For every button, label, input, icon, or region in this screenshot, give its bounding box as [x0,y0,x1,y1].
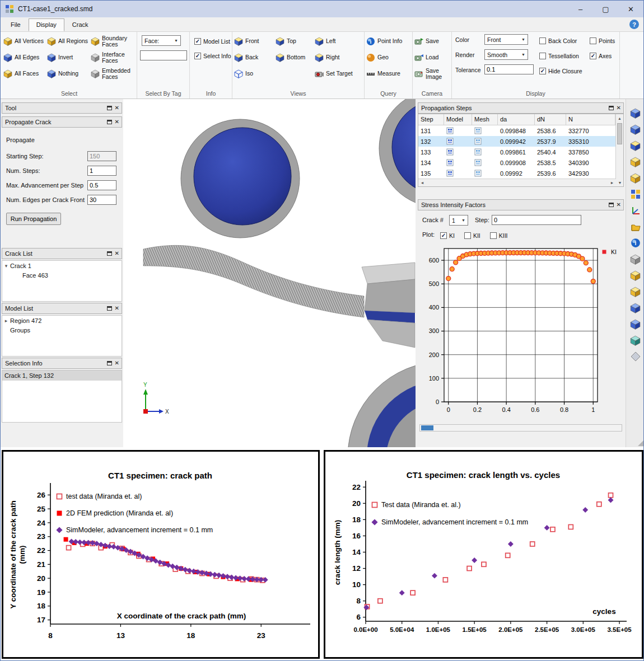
column-header-step[interactable]: Step [418,114,444,125]
scroll-down-icon[interactable]: ▼ [616,179,624,186]
load-button[interactable]: Load [414,49,451,65]
plot-check-kiii-box[interactable] [490,232,497,239]
collapse-arrow-icon[interactable]: ▾ [2,263,10,269]
bottom-button[interactable]: Bottom [275,49,305,65]
close-panel-icon[interactable]: ✕ [115,105,119,111]
close-panel-icon[interactable]: ✕ [617,202,621,208]
right-button[interactable]: Right [314,49,353,65]
points-checkbox[interactable]: Points [590,35,615,47]
float-panel-icon[interactable] [107,251,112,256]
close-panel-icon[interactable]: ✕ [115,306,119,311]
diamond-gray-icon[interactable] [627,349,644,364]
tessellation-checkbox[interactable]: Tessellation [539,50,579,62]
horizontal-scrollbar[interactable]: ◄ ► [418,179,616,186]
num-steps-input[interactable] [87,166,116,176]
help-button[interactable]: ? [629,20,639,29]
propagation-steps-panel-header[interactable]: Propagation Steps✕ [418,102,624,114]
model-list-panel-header[interactable]: Model List✕ [2,303,122,314]
tool-panel-header[interactable]: Tool✕ [2,102,122,114]
crack-list-item-crack-1[interactable]: ▾Crack 1 [2,261,122,270]
points-checkbox-box[interactable] [590,37,596,44]
plot-check-kiii[interactable]: KIII [490,229,508,242]
maximize-button[interactable]: ▢ [593,1,618,17]
stress-intensity-panel-header[interactable]: Stress Intensity Factors✕ [418,199,624,210]
step-row-132[interactable]: 1320.0999422537.9335310 [418,136,623,147]
tab-file[interactable]: File [3,18,29,31]
crack-list-panel-header[interactable]: Crack List✕ [2,248,122,259]
invert-button[interactable]: Invert [46,49,88,65]
resize-grip[interactable] [638,440,643,446]
selection-info-panel-header[interactable]: Selection Info✕ [2,358,122,369]
axes-icon[interactable] [627,203,644,218]
cube-teal-icon[interactable] [627,332,644,348]
save-button[interactable]: Save [414,33,451,49]
render-select[interactable]: Smooth▼ [484,49,528,60]
hide-closure-checkbox-box[interactable]: ✓ [539,68,546,74]
model-list-item-region-472[interactable]: ▸Region 472 [2,316,122,325]
tessellation-checkbox-box[interactable] [539,53,546,59]
axes-checkbox[interactable]: ✓Axes [590,50,612,62]
close-panel-icon[interactable]: ✕ [115,119,119,125]
all-regions-button[interactable]: All Regions [46,33,88,49]
plot-check-ki-box[interactable]: ✓ [440,232,447,239]
minimize-button[interactable]: – [568,1,593,17]
select-info-checkbox[interactable]: ✓Select Info [194,50,231,62]
box-yellow-icon[interactable] [627,268,644,283]
open-box-icon[interactable] [627,219,644,235]
model-cube-blue-icon-2[interactable] [627,121,644,137]
tolerance-input[interactable] [484,64,534,74]
geo-button[interactable]: Geo [366,49,402,65]
column-header-da[interactable]: da [498,114,535,125]
scroll-up-icon[interactable]: ▲ [616,114,623,122]
model-cube-blue-icon-1[interactable] [627,105,644,121]
close-panel-icon[interactable]: ✕ [115,251,119,256]
left-button[interactable]: Left [314,33,353,49]
float-panel-icon[interactable] [609,106,614,110]
axes-checkbox-box[interactable]: ✓ [590,53,596,59]
cube-yellow-icon-3[interactable] [627,284,644,299]
scene-canvas[interactable]: YX [123,99,416,447]
step-row-131[interactable]: 1310.0998482538.6332770 [418,125,623,136]
step-row-133[interactable]: 1330.0998612540.4337850 [418,147,623,157]
expand-arrow-icon[interactable]: ▸ [2,318,10,324]
num-edges-per-crack-front-input[interactable] [87,195,116,205]
scroll-left-icon[interactable]: ◄ [418,179,426,186]
hide-closure-checkbox[interactable]: ✓Hide Closure [539,65,582,77]
front-button[interactable]: Front [234,33,259,49]
point-info-button[interactable]: iPoint Info [366,33,402,49]
close-panel-icon[interactable]: ✕ [115,360,119,366]
entity-type-select[interactable]: Face:▼ [142,35,181,46]
tab-display[interactable]: Display [29,18,64,31]
interface-faces-button[interactable]: Interface Faces [90,49,132,65]
model-list-item-groups[interactable]: Groups [2,325,122,335]
max-advancement-per-step-input[interactable] [87,180,116,190]
column-header-dn[interactable]: dN [535,114,566,125]
propagate-crack-panel-header[interactable]: Propagate Crack✕ [2,116,122,128]
selection-info-line[interactable]: Crack 1, Step 132 [2,371,122,381]
step-row-134[interactable]: 1340.0999082538.5340390 [418,157,623,168]
cube-gray-icon[interactable] [627,251,644,267]
back-color-checkbox[interactable]: Back Color [539,35,577,47]
boundary-faces-button[interactable]: Boundary Faces [90,33,132,49]
tab-crack[interactable]: Crack [64,18,96,31]
scroll-thumb[interactable] [617,123,622,144]
crack-list-item-face-463[interactable]: Face 463 [2,270,122,280]
step-input[interactable] [492,215,581,225]
close-button[interactable]: ✕ [618,1,643,17]
step-slider-handle[interactable] [421,425,433,430]
back-color-checkbox-box[interactable] [539,37,546,44]
set-target-button[interactable]: Set Target [314,65,353,82]
save-image-button[interactable]: Save Image [414,65,451,82]
step-row-135[interactable]: 1350.099922539.6342930 [418,168,623,179]
cube-blue-icon-3[interactable] [627,300,644,316]
column-header-mesh[interactable]: Mesh [472,114,498,125]
vertical-scrollbar[interactable]: ▲ ▼ [615,114,623,186]
column-header-model[interactable]: Model [444,114,472,125]
float-panel-icon[interactable] [107,361,112,365]
embedded-faces-button[interactable]: Embedded Faces [90,65,132,82]
float-panel-icon[interactable] [107,120,112,124]
top-button[interactable]: Top [275,33,305,49]
model-cube-yellow-icon-1[interactable] [627,154,644,170]
model-cube-yellowblue-icon[interactable] [627,138,644,153]
color-select[interactable]: Front▼ [484,34,528,45]
